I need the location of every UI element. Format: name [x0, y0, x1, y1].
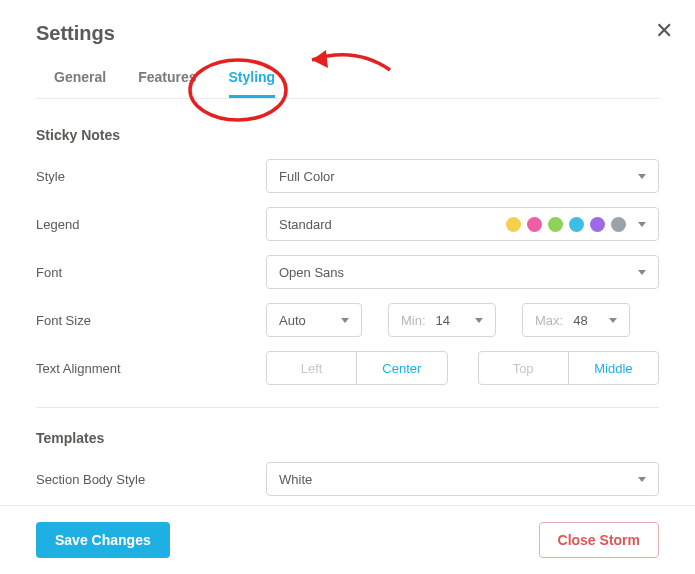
- tab-bar: General Features Styling: [36, 69, 659, 99]
- swatch-1: [506, 217, 521, 232]
- modal-footer: Save Changes Close Storm: [0, 505, 695, 574]
- swatch-5: [590, 217, 605, 232]
- row-legend: Legend Standard: [36, 207, 659, 241]
- font-select[interactable]: Open Sans: [266, 255, 659, 289]
- save-button[interactable]: Save Changes: [36, 522, 170, 558]
- max-label: Max:: [535, 313, 563, 328]
- label-legend: Legend: [36, 217, 266, 232]
- max-value: 48: [573, 313, 587, 328]
- modal-title: Settings: [36, 22, 659, 45]
- legend-swatches: [506, 217, 626, 232]
- row-style: Style Full Color: [36, 159, 659, 193]
- font-value: Open Sans: [279, 265, 344, 280]
- divider: [36, 407, 659, 408]
- row-bodystyle: Section Body Style White: [36, 462, 659, 496]
- row-font: Font Open Sans: [36, 255, 659, 289]
- row-alignment: Text Alignment Left Center Top Middle: [36, 351, 659, 385]
- legend-select[interactable]: Standard: [266, 207, 659, 241]
- valign-top[interactable]: Top: [479, 352, 568, 384]
- label-bodystyle: Section Body Style: [36, 472, 266, 487]
- settings-modal: Settings ✕ General Features Styling Stic…: [0, 0, 695, 574]
- fontsize-min-select[interactable]: Min: 14: [388, 303, 496, 337]
- modal-header: Settings ✕ General Features Styling: [0, 0, 695, 99]
- swatch-4: [569, 217, 584, 232]
- tab-styling[interactable]: Styling: [229, 69, 276, 98]
- min-label: Min:: [401, 313, 426, 328]
- label-font: Font: [36, 265, 266, 280]
- tab-general[interactable]: General: [54, 69, 106, 98]
- halign-left[interactable]: Left: [267, 352, 356, 384]
- fontsize-auto-value: Auto: [279, 313, 306, 328]
- section-heading-templates: Templates: [36, 430, 659, 446]
- style-select[interactable]: Full Color: [266, 159, 659, 193]
- section-heading-sticky: Sticky Notes: [36, 127, 659, 143]
- label-fontsize: Font Size: [36, 313, 266, 328]
- valign-segment: Top Middle: [478, 351, 660, 385]
- close-storm-button[interactable]: Close Storm: [539, 522, 659, 558]
- close-icon[interactable]: ✕: [655, 20, 673, 42]
- halign-center[interactable]: Center: [356, 352, 446, 384]
- close-storm-label: Close Storm: [558, 532, 640, 548]
- tab-features[interactable]: Features: [138, 69, 196, 98]
- style-value: Full Color: [279, 169, 335, 184]
- label-style: Style: [36, 169, 266, 184]
- fontsize-auto-select[interactable]: Auto: [266, 303, 362, 337]
- swatch-2: [527, 217, 542, 232]
- valign-middle[interactable]: Middle: [568, 352, 658, 384]
- halign-segment: Left Center: [266, 351, 448, 385]
- swatch-3: [548, 217, 563, 232]
- swatch-6: [611, 217, 626, 232]
- bodystyle-select[interactable]: White: [266, 462, 659, 496]
- bodystyle-value: White: [279, 472, 312, 487]
- min-value: 14: [436, 313, 450, 328]
- modal-body: Sticky Notes Style Full Color Legend Sta…: [0, 99, 695, 505]
- legend-value: Standard: [279, 217, 332, 232]
- fontsize-max-select[interactable]: Max: 48: [522, 303, 630, 337]
- save-button-label: Save Changes: [55, 532, 151, 548]
- row-fontsize: Font Size Auto Min: 14 Max: 48: [36, 303, 659, 337]
- label-alignment: Text Alignment: [36, 361, 266, 376]
